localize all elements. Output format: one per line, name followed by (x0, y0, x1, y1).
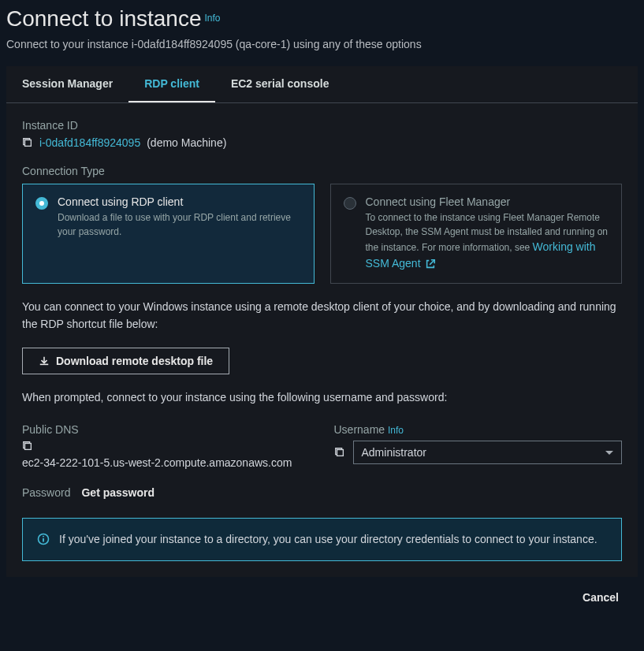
public-dns-value: ec2-34-222-101-5.us-west-2.compute.amazo… (22, 456, 311, 469)
download-rdp-button[interactable]: Download remote desktop file (22, 348, 229, 374)
info-alert-text: If you've joined your instance to a dire… (59, 531, 597, 548)
prompt-text: When prompted, connect to your instance … (22, 389, 622, 406)
radio-rdp-title: Connect using RDP client (58, 195, 301, 208)
external-link-icon (425, 259, 436, 270)
instance-id-label: Instance ID (22, 119, 622, 132)
chevron-down-icon (605, 451, 613, 455)
copy-icon[interactable] (22, 137, 33, 148)
info-link[interactable]: Info (204, 13, 220, 24)
radio-rdp-desc: Download a file to use with your RDP cli… (58, 210, 301, 239)
tab-session-manager[interactable]: Session Manager (6, 66, 128, 102)
main-panel: Session Manager RDP client EC2 serial co… (6, 66, 638, 577)
download-icon (39, 355, 50, 366)
copy-icon[interactable] (22, 441, 33, 452)
instance-id-link[interactable]: i-0dafd184ff8924095 (39, 136, 140, 149)
username-select[interactable]: Administrator (353, 441, 623, 464)
svg-rect-1 (25, 444, 32, 450)
radio-fleet-desc: To connect to the instance using Fleet M… (366, 210, 609, 272)
connection-type-label: Connection Type (22, 165, 622, 177)
tab-rdp-client[interactable]: RDP client (128, 66, 215, 102)
tab-ec2-serial-console[interactable]: EC2 serial console (215, 66, 345, 102)
public-dns-label: Public DNS (22, 423, 311, 436)
radio-rdp-client[interactable]: Connect using RDP client Download a file… (22, 184, 315, 284)
radio-fleet-title: Connect using Fleet Manager (366, 195, 609, 208)
svg-rect-0 (25, 140, 32, 147)
info-alert: If you've joined your instance to a dire… (22, 518, 622, 561)
username-info-link[interactable]: Info (388, 425, 404, 436)
password-label: Password (22, 486, 70, 499)
radio-circle-icon (35, 197, 48, 210)
download-rdp-label: Download remote desktop file (56, 355, 213, 367)
info-icon (37, 533, 50, 548)
cancel-button[interactable]: Cancel (583, 591, 619, 604)
username-value: Administrator (362, 446, 426, 459)
tabs: Session Manager RDP client EC2 serial co… (6, 66, 638, 103)
svg-point-5 (43, 536, 44, 538)
instance-name: (demo Machine) (147, 136, 226, 149)
radio-circle-icon (344, 197, 356, 210)
radio-fleet-manager: Connect using Fleet Manager To connect t… (330, 184, 623, 284)
page-subtitle: Connect to your instance i-0dafd184ff892… (6, 38, 638, 50)
svg-rect-2 (337, 450, 343, 456)
get-password-button[interactable]: Get password (81, 486, 154, 499)
instructions-text: You can connect to your Windows instance… (22, 298, 622, 333)
page-title: Connect to instance (6, 6, 202, 32)
copy-icon[interactable] (334, 447, 345, 458)
username-label: Username Info (334, 423, 623, 436)
